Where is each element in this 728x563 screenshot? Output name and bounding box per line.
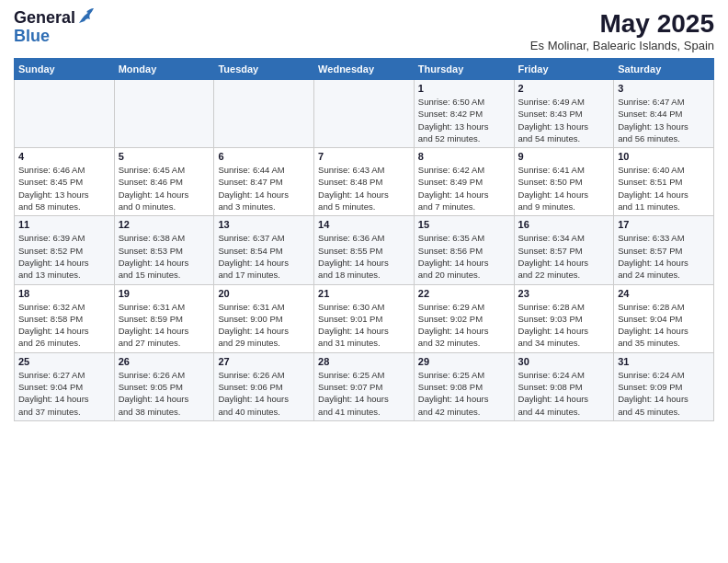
- day-number: 26: [119, 356, 210, 367]
- day-number: 12: [119, 219, 210, 230]
- day-info: Sunrise: 6:30 AM Sunset: 9:01 PM Dayligh…: [318, 301, 410, 350]
- day-number: 16: [518, 219, 610, 230]
- day-info: Sunrise: 6:37 AM Sunset: 8:54 PM Dayligh…: [218, 232, 310, 281]
- day-number: 13: [218, 219, 310, 230]
- calendar-cell: 27Sunrise: 6:26 AM Sunset: 9:06 PM Dayli…: [214, 352, 314, 420]
- day-number: 15: [418, 219, 510, 230]
- location: Es Molinar, Balearic Islands, Spain: [530, 39, 714, 52]
- logo-bird-icon: [77, 6, 94, 27]
- day-number: 17: [618, 219, 710, 230]
- header-thursday: Thursday: [414, 59, 514, 80]
- calendar-cell: 18Sunrise: 6:32 AM Sunset: 8:58 PM Dayli…: [15, 284, 115, 352]
- day-number: 29: [418, 356, 510, 367]
- day-info: Sunrise: 6:32 AM Sunset: 8:58 PM Dayligh…: [18, 301, 110, 350]
- calendar-cell: [214, 80, 314, 148]
- day-number: 14: [318, 219, 410, 230]
- calendar-header-row: Sunday Monday Tuesday Wednesday Thursday…: [15, 59, 714, 80]
- day-number: 2: [518, 83, 610, 94]
- header-saturday: Saturday: [614, 59, 714, 80]
- header-monday: Monday: [114, 59, 214, 80]
- calendar-cell: 1Sunrise: 6:50 AM Sunset: 8:42 PM Daylig…: [414, 80, 514, 148]
- calendar-cell: 15Sunrise: 6:35 AM Sunset: 8:56 PM Dayli…: [414, 216, 514, 284]
- day-info: Sunrise: 6:50 AM Sunset: 8:42 PM Dayligh…: [418, 96, 510, 144]
- calendar-cell: 24Sunrise: 6:28 AM Sunset: 9:04 PM Dayli…: [614, 284, 714, 352]
- calendar-cell: 2Sunrise: 6:49 AM Sunset: 8:43 PM Daylig…: [514, 80, 614, 148]
- day-number: 9: [518, 151, 610, 162]
- calendar-cell: 20Sunrise: 6:31 AM Sunset: 9:00 PM Dayli…: [214, 284, 314, 352]
- day-info: Sunrise: 6:29 AM Sunset: 9:02 PM Dayligh…: [418, 301, 510, 350]
- day-info: Sunrise: 6:24 AM Sunset: 9:09 PM Dayligh…: [618, 369, 710, 418]
- day-number: 27: [218, 356, 310, 367]
- day-info: Sunrise: 6:31 AM Sunset: 9:00 PM Dayligh…: [218, 301, 310, 350]
- day-info: Sunrise: 6:39 AM Sunset: 8:52 PM Dayligh…: [18, 232, 110, 281]
- title-block: May 2025 Es Molinar, Balearic Islands, S…: [530, 9, 714, 52]
- header: General Blue May 2025 Es Molinar, Balear…: [14, 9, 714, 52]
- day-info: Sunrise: 6:44 AM Sunset: 8:47 PM Dayligh…: [218, 164, 310, 213]
- day-number: 28: [318, 356, 410, 367]
- calendar-cell: 5Sunrise: 6:45 AM Sunset: 8:46 PM Daylig…: [114, 148, 214, 216]
- calendar-cell: 11Sunrise: 6:39 AM Sunset: 8:52 PM Dayli…: [15, 216, 115, 284]
- day-number: 18: [18, 288, 110, 299]
- calendar-week-row-1: 4Sunrise: 6:46 AM Sunset: 8:45 PM Daylig…: [15, 148, 714, 216]
- logo-blue: Blue: [14, 28, 94, 46]
- logo: General Blue: [14, 9, 94, 46]
- day-info: Sunrise: 6:46 AM Sunset: 8:45 PM Dayligh…: [18, 164, 110, 213]
- day-number: 25: [18, 356, 110, 367]
- day-info: Sunrise: 6:25 AM Sunset: 9:08 PM Dayligh…: [418, 369, 510, 418]
- day-number: 10: [618, 151, 710, 162]
- logo-text: General Blue: [14, 9, 94, 46]
- header-friday: Friday: [514, 59, 614, 80]
- day-number: 30: [518, 356, 610, 367]
- day-info: Sunrise: 6:40 AM Sunset: 8:51 PM Dayligh…: [618, 164, 710, 213]
- day-number: 22: [418, 288, 510, 299]
- calendar-cell: 29Sunrise: 6:25 AM Sunset: 9:08 PM Dayli…: [414, 352, 514, 420]
- day-info: Sunrise: 6:49 AM Sunset: 8:43 PM Dayligh…: [518, 96, 610, 144]
- calendar-cell: 8Sunrise: 6:42 AM Sunset: 8:49 PM Daylig…: [414, 148, 514, 216]
- day-info: Sunrise: 6:28 AM Sunset: 9:03 PM Dayligh…: [518, 301, 610, 350]
- calendar-cell: 4Sunrise: 6:46 AM Sunset: 8:45 PM Daylig…: [15, 148, 115, 216]
- day-info: Sunrise: 6:31 AM Sunset: 8:59 PM Dayligh…: [119, 301, 210, 350]
- day-info: Sunrise: 6:28 AM Sunset: 9:04 PM Dayligh…: [618, 301, 710, 350]
- day-number: 8: [418, 151, 510, 162]
- day-number: 5: [119, 151, 210, 162]
- day-number: 20: [218, 288, 310, 299]
- day-info: Sunrise: 6:34 AM Sunset: 8:57 PM Dayligh…: [518, 232, 610, 281]
- calendar-cell: 25Sunrise: 6:27 AM Sunset: 9:04 PM Dayli…: [15, 352, 115, 420]
- day-number: 24: [618, 288, 710, 299]
- calendar-cell: 14Sunrise: 6:36 AM Sunset: 8:55 PM Dayli…: [314, 216, 415, 284]
- day-number: 1: [418, 83, 510, 94]
- calendar-cell: 13Sunrise: 6:37 AM Sunset: 8:54 PM Dayli…: [214, 216, 314, 284]
- calendar-cell: 10Sunrise: 6:40 AM Sunset: 8:51 PM Dayli…: [614, 148, 714, 216]
- calendar-cell: 19Sunrise: 6:31 AM Sunset: 8:59 PM Dayli…: [114, 284, 214, 352]
- calendar-cell: 31Sunrise: 6:24 AM Sunset: 9:09 PM Dayli…: [614, 352, 714, 420]
- day-info: Sunrise: 6:33 AM Sunset: 8:57 PM Dayligh…: [618, 232, 710, 281]
- day-number: 3: [618, 83, 710, 94]
- header-wednesday: Wednesday: [314, 59, 415, 80]
- calendar-cell: 16Sunrise: 6:34 AM Sunset: 8:57 PM Dayli…: [514, 216, 614, 284]
- header-tuesday: Tuesday: [214, 59, 314, 80]
- calendar-cell: [114, 80, 214, 148]
- day-info: Sunrise: 6:41 AM Sunset: 8:50 PM Dayligh…: [518, 164, 610, 213]
- day-info: Sunrise: 6:43 AM Sunset: 8:48 PM Dayligh…: [318, 164, 410, 213]
- calendar-cell: 21Sunrise: 6:30 AM Sunset: 9:01 PM Dayli…: [314, 284, 415, 352]
- calendar-cell: 23Sunrise: 6:28 AM Sunset: 9:03 PM Dayli…: [514, 284, 614, 352]
- day-info: Sunrise: 6:27 AM Sunset: 9:04 PM Dayligh…: [18, 369, 110, 418]
- calendar-cell: 28Sunrise: 6:25 AM Sunset: 9:07 PM Dayli…: [314, 352, 415, 420]
- day-info: Sunrise: 6:38 AM Sunset: 8:53 PM Dayligh…: [119, 232, 210, 281]
- day-info: Sunrise: 6:36 AM Sunset: 8:55 PM Dayligh…: [318, 232, 410, 281]
- calendar-cell: 30Sunrise: 6:24 AM Sunset: 9:08 PM Dayli…: [514, 352, 614, 420]
- page: General Blue May 2025 Es Molinar, Balear…: [0, 0, 728, 563]
- header-sunday: Sunday: [15, 59, 115, 80]
- day-info: Sunrise: 6:24 AM Sunset: 9:08 PM Dayligh…: [518, 369, 610, 418]
- day-number: 11: [18, 219, 110, 230]
- day-number: 6: [218, 151, 310, 162]
- day-number: 31: [618, 356, 710, 367]
- calendar-cell: 7Sunrise: 6:43 AM Sunset: 8:48 PM Daylig…: [314, 148, 415, 216]
- logo-general: General: [14, 9, 75, 28]
- day-number: 19: [119, 288, 210, 299]
- day-info: Sunrise: 6:26 AM Sunset: 9:06 PM Dayligh…: [218, 369, 310, 418]
- day-number: 23: [518, 288, 610, 299]
- calendar-week-row-3: 18Sunrise: 6:32 AM Sunset: 8:58 PM Dayli…: [15, 284, 714, 352]
- month-title: May 2025: [530, 9, 714, 39]
- calendar-week-row-2: 11Sunrise: 6:39 AM Sunset: 8:52 PM Dayli…: [15, 216, 714, 284]
